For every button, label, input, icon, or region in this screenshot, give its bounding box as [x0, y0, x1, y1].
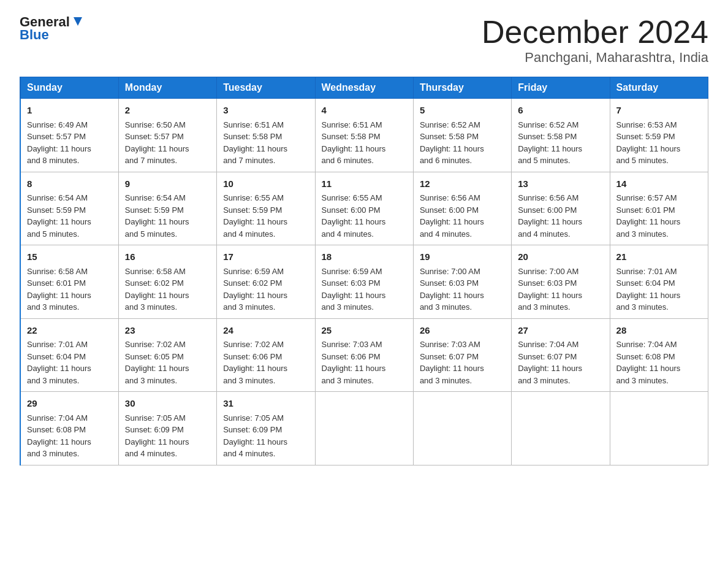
day-info: Sunrise: 7:02 AM Sunset: 6:06 PM Dayligh… [223, 339, 308, 386]
calendar-cell: 30Sunrise: 7:05 AM Sunset: 6:09 PM Dayli… [118, 392, 216, 465]
day-number: 12 [420, 177, 505, 191]
day-number: 17 [223, 250, 308, 264]
calendar-cell: 25Sunrise: 7:03 AM Sunset: 6:06 PM Dayli… [315, 318, 413, 392]
logo-text-blue: Blue [20, 27, 49, 43]
day-number: 13 [518, 177, 603, 191]
calendar-cell: 18Sunrise: 6:59 AM Sunset: 6:03 PM Dayli… [315, 245, 413, 319]
day-info: Sunrise: 6:51 AM Sunset: 5:58 PM Dayligh… [223, 119, 308, 167]
calendar-cell: 17Sunrise: 6:59 AM Sunset: 6:02 PM Dayli… [217, 245, 315, 319]
calendar-cell: 9Sunrise: 6:54 AM Sunset: 5:59 PM Daylig… [118, 172, 216, 245]
calendar-cell: 27Sunrise: 7:04 AM Sunset: 6:07 PM Dayli… [512, 318, 610, 392]
day-number: 9 [125, 177, 210, 191]
day-number: 28 [616, 324, 702, 338]
week-row-1: 1Sunrise: 6:49 AM Sunset: 5:57 PM Daylig… [20, 99, 708, 172]
calendar-cell: 5Sunrise: 6:52 AM Sunset: 5:58 PM Daylig… [413, 99, 511, 172]
day-number: 11 [322, 177, 407, 191]
calendar-cell: 26Sunrise: 7:03 AM Sunset: 6:07 PM Dayli… [413, 318, 511, 392]
calendar-cell: 11Sunrise: 6:55 AM Sunset: 6:00 PM Dayli… [315, 172, 413, 245]
col-header-tuesday: Tuesday [217, 77, 315, 99]
day-info: Sunrise: 6:51 AM Sunset: 5:58 PM Dayligh… [322, 119, 407, 167]
day-number: 7 [616, 104, 702, 118]
location-text: Panchgani, Maharashtra, India [482, 50, 708, 66]
day-info: Sunrise: 6:56 AM Sunset: 6:00 PM Dayligh… [518, 192, 603, 240]
calendar-cell: 29Sunrise: 7:04 AM Sunset: 6:08 PM Dayli… [20, 392, 118, 465]
logo: General Blue [20, 15, 85, 43]
calendar-cell: 2Sunrise: 6:50 AM Sunset: 5:57 PM Daylig… [118, 99, 216, 172]
calendar-table: SundayMondayTuesdayWednesdayThursdayFrid… [20, 77, 708, 465]
day-number: 25 [322, 324, 407, 338]
calendar-cell: 8Sunrise: 6:54 AM Sunset: 5:59 PM Daylig… [20, 172, 118, 245]
page-header: General Blue December 2024 Panchgani, Ma… [20, 15, 708, 66]
title-area: December 2024 Panchgani, Maharashtra, In… [482, 15, 708, 66]
svg-marker-0 [74, 17, 82, 26]
day-number: 18 [322, 250, 407, 264]
calendar-cell: 16Sunrise: 6:58 AM Sunset: 6:02 PM Dayli… [118, 245, 216, 319]
calendar-cell [413, 392, 511, 465]
day-info: Sunrise: 6:58 AM Sunset: 6:02 PM Dayligh… [125, 266, 210, 313]
calendar-cell: 13Sunrise: 6:56 AM Sunset: 6:00 PM Dayli… [512, 172, 610, 245]
col-header-sunday: Sunday [20, 77, 118, 99]
day-number: 24 [223, 324, 308, 338]
day-info: Sunrise: 6:53 AM Sunset: 5:59 PM Dayligh… [616, 119, 702, 167]
week-row-2: 8Sunrise: 6:54 AM Sunset: 5:59 PM Daylig… [20, 172, 708, 245]
day-info: Sunrise: 7:05 AM Sunset: 6:09 PM Dayligh… [223, 412, 308, 460]
calendar-cell: 6Sunrise: 6:52 AM Sunset: 5:58 PM Daylig… [512, 99, 610, 172]
day-number: 30 [125, 397, 210, 411]
day-info: Sunrise: 6:54 AM Sunset: 5:59 PM Dayligh… [125, 192, 210, 240]
day-number: 5 [420, 104, 505, 118]
day-number: 10 [223, 177, 308, 191]
day-number: 4 [322, 104, 407, 118]
day-info: Sunrise: 7:04 AM Sunset: 6:08 PM Dayligh… [616, 339, 702, 386]
col-header-saturday: Saturday [610, 77, 708, 99]
col-header-friday: Friday [512, 77, 610, 99]
day-number: 22 [27, 324, 112, 338]
calendar-cell [512, 392, 610, 465]
calendar-cell: 4Sunrise: 6:51 AM Sunset: 5:58 PM Daylig… [315, 99, 413, 172]
day-info: Sunrise: 6:52 AM Sunset: 5:58 PM Dayligh… [518, 119, 603, 167]
day-number: 6 [518, 104, 603, 118]
week-row-5: 29Sunrise: 7:04 AM Sunset: 6:08 PM Dayli… [20, 392, 708, 465]
day-number: 14 [616, 177, 702, 191]
day-info: Sunrise: 7:00 AM Sunset: 6:03 PM Dayligh… [420, 266, 505, 313]
day-info: Sunrise: 7:03 AM Sunset: 6:07 PM Dayligh… [420, 339, 505, 386]
calendar-cell: 20Sunrise: 7:00 AM Sunset: 6:03 PM Dayli… [512, 245, 610, 319]
day-info: Sunrise: 6:49 AM Sunset: 5:57 PM Dayligh… [27, 119, 112, 167]
day-number: 31 [223, 397, 308, 411]
day-info: Sunrise: 6:56 AM Sunset: 6:00 PM Dayligh… [420, 192, 505, 240]
day-info: Sunrise: 7:01 AM Sunset: 6:04 PM Dayligh… [27, 339, 112, 386]
day-info: Sunrise: 7:01 AM Sunset: 6:04 PM Dayligh… [616, 266, 702, 313]
calendar-cell: 22Sunrise: 7:01 AM Sunset: 6:04 PM Dayli… [20, 318, 118, 392]
calendar-cell: 23Sunrise: 7:02 AM Sunset: 6:05 PM Dayli… [118, 318, 216, 392]
calendar-cell: 15Sunrise: 6:58 AM Sunset: 6:01 PM Dayli… [20, 245, 118, 319]
day-number: 21 [616, 250, 702, 264]
day-info: Sunrise: 7:00 AM Sunset: 6:03 PM Dayligh… [518, 266, 603, 313]
day-number: 15 [27, 250, 112, 264]
week-row-4: 22Sunrise: 7:01 AM Sunset: 6:04 PM Dayli… [20, 318, 708, 392]
col-header-monday: Monday [118, 77, 216, 99]
calendar-cell: 24Sunrise: 7:02 AM Sunset: 6:06 PM Dayli… [217, 318, 315, 392]
day-info: Sunrise: 6:59 AM Sunset: 6:02 PM Dayligh… [223, 266, 308, 313]
day-info: Sunrise: 7:02 AM Sunset: 6:05 PM Dayligh… [125, 339, 210, 386]
calendar-cell: 19Sunrise: 7:00 AM Sunset: 6:03 PM Dayli… [413, 245, 511, 319]
calendar-cell: 12Sunrise: 6:56 AM Sunset: 6:00 PM Dayli… [413, 172, 511, 245]
logo-arrow-icon [71, 15, 85, 28]
day-number: 3 [223, 104, 308, 118]
calendar-cell: 31Sunrise: 7:05 AM Sunset: 6:09 PM Dayli… [217, 392, 315, 465]
day-number: 2 [125, 104, 210, 118]
day-number: 27 [518, 324, 603, 338]
day-info: Sunrise: 6:58 AM Sunset: 6:01 PM Dayligh… [27, 266, 112, 313]
day-info: Sunrise: 6:55 AM Sunset: 6:00 PM Dayligh… [322, 192, 407, 240]
calendar-cell: 7Sunrise: 6:53 AM Sunset: 5:59 PM Daylig… [610, 99, 708, 172]
month-title: December 2024 [482, 15, 708, 50]
day-number: 16 [125, 250, 210, 264]
col-header-thursday: Thursday [413, 77, 511, 99]
week-row-3: 15Sunrise: 6:58 AM Sunset: 6:01 PM Dayli… [20, 245, 708, 319]
day-info: Sunrise: 6:55 AM Sunset: 5:59 PM Dayligh… [223, 192, 308, 240]
day-info: Sunrise: 6:59 AM Sunset: 6:03 PM Dayligh… [322, 266, 407, 313]
calendar-cell [315, 392, 413, 465]
calendar-cell: 28Sunrise: 7:04 AM Sunset: 6:08 PM Dayli… [610, 318, 708, 392]
calendar-header-row: SundayMondayTuesdayWednesdayThursdayFrid… [20, 77, 708, 99]
calendar-cell: 14Sunrise: 6:57 AM Sunset: 6:01 PM Dayli… [610, 172, 708, 245]
col-header-wednesday: Wednesday [315, 77, 413, 99]
day-number: 19 [420, 250, 505, 264]
